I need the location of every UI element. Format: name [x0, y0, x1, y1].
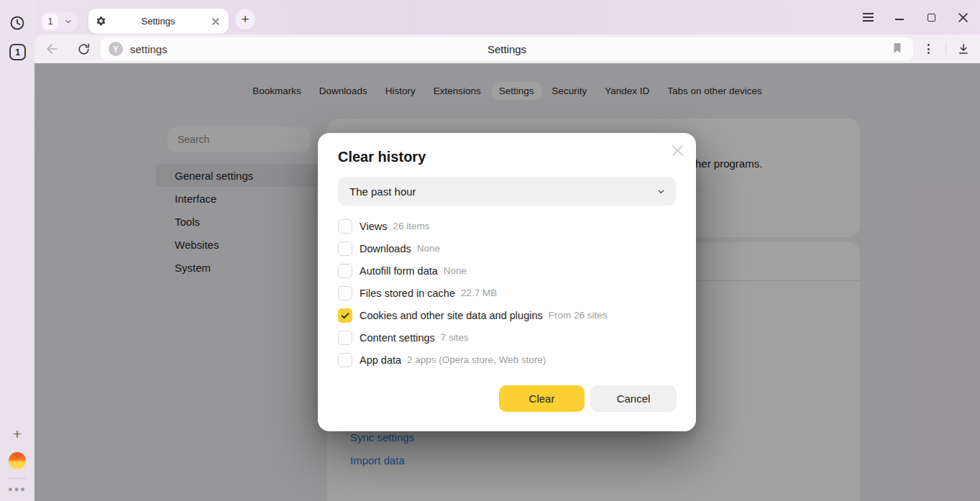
back-icon[interactable]: [43, 40, 60, 58]
clear-item-label: Files stored in cache: [360, 288, 455, 299]
window-controls: [859, 0, 971, 35]
dialog-actions: Clear Cancel: [499, 385, 677, 412]
clear-item-files-stored-in-cache[interactable]: Files stored in cache22.7 MB: [338, 282, 676, 304]
clear-item-detail: 7 sites: [441, 332, 469, 343]
clear-item-app-data[interactable]: App data2 apps (Opera store, Web store): [338, 349, 676, 371]
dialog-title: Clear history: [338, 149, 426, 165]
checkbox-unchecked[interactable]: [338, 219, 352, 234]
history-clock-icon[interactable]: [9, 14, 26, 32]
tab-close-icon[interactable]: [210, 18, 221, 25]
clear-item-detail: 26 items: [393, 221, 429, 231]
clear-item-detail: 22.7 MB: [461, 288, 497, 298]
sidebar-divider: [9, 478, 26, 479]
checkbox-unchecked[interactable]: [338, 331, 352, 345]
clear-item-label: Views: [360, 221, 387, 232]
browser-sidebar: 1 + ●●●: [0, 0, 35, 501]
address-bar: Settings Y settings: [35, 35, 980, 63]
workspace-button[interactable]: 1: [9, 44, 26, 60]
gear-icon: [96, 16, 106, 27]
bookmark-icon[interactable]: [892, 42, 903, 58]
clear-items-list: Views26 itemsDownloadsNoneAutofill form …: [338, 215, 676, 371]
clear-item-label: App data: [360, 354, 401, 366]
dialog-close-icon[interactable]: [669, 142, 686, 159]
clear-item-label: Content settings: [360, 332, 435, 344]
clear-item-label: Cookies and other site data and plugins: [360, 310, 543, 321]
chevron-down-icon: [656, 187, 666, 196]
clear-item-detail: None: [417, 243, 440, 254]
reload-icon[interactable]: [75, 40, 92, 58]
window-minimize-icon[interactable]: [891, 9, 908, 26]
menu-hamburger-icon[interactable]: [859, 9, 876, 26]
sidebar-add-icon[interactable]: +: [9, 426, 26, 443]
address-bar-actions: [920, 35, 980, 63]
checkbox-unchecked[interactable]: [338, 264, 352, 278]
window-maximize-icon[interactable]: [922, 9, 940, 26]
time-range-select[interactable]: The past hour: [338, 177, 676, 206]
checkbox-checked[interactable]: [338, 308, 352, 323]
tab-group-count-badge: 1: [42, 14, 58, 29]
checkbox-unchecked[interactable]: [338, 286, 352, 300]
address-bar-separator: [945, 43, 946, 55]
clear-item-label: Downloads: [360, 243, 411, 254]
url-input[interactable]: Settings Y settings: [101, 37, 913, 60]
top-chrome: 1 Settings +: [35, 0, 980, 63]
page-title-center: Settings: [101, 43, 913, 55]
tab-settings[interactable]: Settings: [88, 9, 229, 34]
sidebar-more-icon[interactable]: ●●●: [0, 484, 35, 493]
clear-item-autofill-form-data[interactable]: Autofill form dataNone: [338, 259, 676, 282]
tab-group-control[interactable]: 1: [40, 12, 78, 32]
clear-item-detail: None: [444, 265, 467, 276]
page-content: BookmarksDownloadsHistoryExtensionsSetti…: [35, 63, 980, 501]
clear-item-label: Autofill form data: [360, 265, 438, 277]
clear-item-downloads[interactable]: DownloadsNone: [338, 237, 676, 259]
clear-history-dialog: Clear history The past hour Views26 item…: [318, 133, 696, 431]
clear-item-cookies-and-other-site-data-and-plugins[interactable]: Cookies and other site data and pluginsF…: [338, 304, 676, 326]
downloads-icon[interactable]: [955, 42, 972, 55]
cancel-button[interactable]: Cancel: [590, 385, 677, 412]
yandex-mail-icon[interactable]: [9, 452, 26, 469]
browser-window: 1 + ●●● 1 Settings +: [0, 0, 980, 501]
window-close-icon[interactable]: [954, 9, 971, 26]
checkbox-unchecked[interactable]: [338, 353, 352, 367]
clear-item-detail: From 26 sites: [549, 310, 608, 321]
clear-item-detail: 2 apps (Opera store, Web store): [407, 354, 546, 365]
clear-item-views[interactable]: Views26 items: [338, 215, 676, 237]
clear-button[interactable]: Clear: [499, 385, 585, 412]
chevron-down-icon: [64, 17, 73, 26]
time-range-value: The past hour: [349, 185, 656, 198]
more-options-icon[interactable]: [920, 44, 937, 54]
tab-title: Settings: [106, 16, 210, 27]
new-tab-button[interactable]: +: [235, 9, 255, 29]
checkbox-unchecked[interactable]: [338, 242, 352, 256]
clear-item-content-settings[interactable]: Content settings7 sites: [338, 326, 676, 349]
